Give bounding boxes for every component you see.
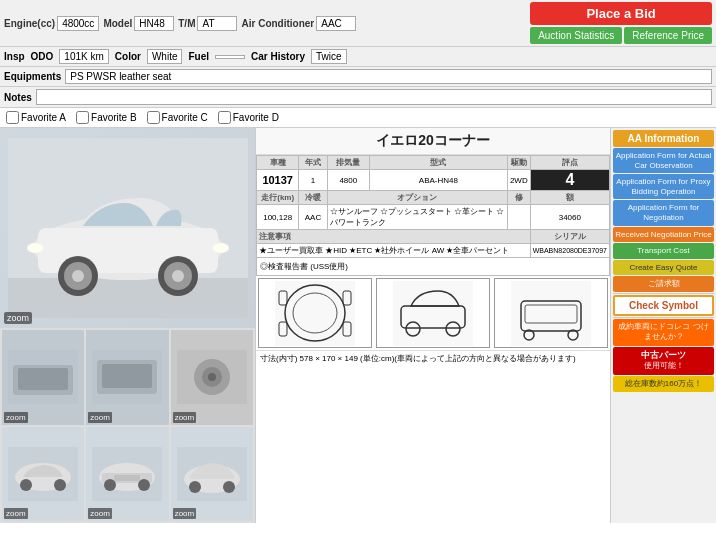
engine-value: 4800cc [57,16,99,31]
fav-d-input[interactable] [218,111,231,124]
divider-1 [613,293,714,294]
dimensions-value: 578 × 170 × 149 [300,354,358,363]
svg-point-6 [72,270,84,282]
model-field: Model HN48 [103,2,174,44]
jp-ad-2-sub: 使用可能！ [616,361,711,371]
received-negotiation-btn[interactable]: Received Negotiation Price [613,227,714,243]
insp-label: Insp [4,51,25,62]
fav-b-input[interactable] [76,111,89,124]
sheet-title: イエロ20コーナー [256,128,610,155]
ac-label: Air Conditioner [241,18,314,29]
easy-quote-btn[interactable]: Create Easy Quote [613,260,714,276]
car-svg [8,138,248,318]
svg-point-34 [189,481,201,493]
notes-value [36,89,712,105]
fav-d-checkbox[interactable]: Favorite D [218,111,279,124]
diagram-area [256,276,610,350]
fuel-label: Fuel [188,51,209,62]
auction-stats-button[interactable]: Auction Statistics [530,27,622,44]
svg-rect-36 [275,281,355,346]
right-panel: AA Information Application Form for Actu… [611,128,716,523]
diagram-side [376,278,490,348]
divider-2 [613,317,714,318]
fav-c-input[interactable] [147,111,160,124]
thumb-3-svg [177,350,247,404]
jp-ad-3: 総在庫数約160万点！ [613,376,714,392]
fav-a-input[interactable] [6,111,19,124]
thumb-4[interactable]: zoom [2,427,84,522]
reference-price-button[interactable]: Reference Price [624,27,712,44]
odo-value: 101K km [59,49,108,64]
diagram-front [258,278,372,348]
fuel-value [215,55,245,59]
sheet-repair-cost: 34060 [530,205,609,230]
sheet-ac: AAC [299,205,327,230]
header-actions: Place a Bid Auction Statistics Reference… [530,2,712,44]
svg-rect-1 [8,278,248,318]
odo-label: ODO [31,51,54,62]
thumb-1[interactable]: zoom [2,330,84,425]
fav-a-checkbox[interactable]: Favorite A [6,111,66,124]
dimensions-unit: (単位:cm)(車両によって上記の方向と異なる場合があります) [360,354,576,363]
svg-point-10 [213,243,229,253]
thumb-1-svg [8,350,78,404]
check-symbol-button[interactable]: Check Symbol [613,295,714,316]
fav-c-checkbox[interactable]: Favorite C [147,111,208,124]
thumb-5-zoom: zoom [88,508,112,519]
negotiation-form-btn[interactable]: Application Form for Negotiation [613,200,714,225]
sheet-lot: 10137 [257,170,299,191]
thumb-4-zoom: zoom [4,508,28,519]
svg-point-11 [27,243,43,253]
car-image-bg [0,128,255,328]
dimensions-label: 寸法(内寸) [260,354,300,363]
svg-rect-17 [102,364,152,388]
transport-cost-btn[interactable]: Transport Cost [613,243,714,259]
sheet-table: 車種 年式 排気量 型式 駆動 評点 10137 1 4800 ABA-HN48… [256,155,610,276]
sheet-chassis: ABA-HN48 [369,170,507,191]
sheet-displacement: 4800 [327,170,369,191]
diagram-rear [494,278,608,348]
stats-ref-row: Auction Statistics Reference Price [530,27,712,44]
thumb-3[interactable]: zoom [171,330,253,425]
thumb-6[interactable]: zoom [171,427,253,522]
row4-bar: Notes [0,87,716,108]
engine-field: Engine(cc) 4800cc [4,2,99,44]
svg-point-25 [54,479,66,491]
proxy-bidding-btn[interactable]: Application Form for Proxy Bidding Opera… [613,174,714,199]
svg-point-9 [172,270,184,282]
svg-point-29 [104,479,116,491]
sheet-km: 100,128 [257,205,299,230]
fav-b-checkbox[interactable]: Favorite B [76,111,137,124]
thumb-5-svg [92,447,162,501]
equip-value: PS PWSR leather seat [65,69,712,84]
place-bid-button[interactable]: Place a Bid [530,2,712,25]
row2-bar: Insp ODO 101K km Color White Fuel Car Hi… [0,47,716,67]
left-panel: zoom zoom zoom [0,128,255,523]
svg-point-30 [138,479,150,491]
notes-label: Notes [4,92,32,103]
thumb-2-svg [92,350,162,404]
main-car-image[interactable]: zoom [0,128,255,328]
sheet-buyer-notes: ★ユーザー買取車 ★HID ★ETC ★社外ホイール AW ★全車パーセント [257,244,531,258]
thumb-2-zoom: zoom [88,412,112,423]
car-history-label: Car History [251,51,305,62]
engine-label: Engine(cc) [4,18,55,29]
thumb-4-svg [8,447,78,501]
thumb-3-zoom: zoom [173,412,197,423]
tm-field: T/M AT [178,2,237,44]
actual-car-observation-btn[interactable]: Application Form for Actual Car Observat… [613,148,714,173]
side-diag-svg [393,281,473,346]
thumb-5[interactable]: zoom [86,427,168,522]
sheet-grade: 4 [530,170,609,191]
svg-rect-14 [18,368,68,390]
thumb-6-svg [177,447,247,501]
thumbnail-grid: zoom zoom zoom [0,328,255,523]
sheet-serial: WBABN82080DE37097 [530,244,609,258]
thumb-2[interactable]: zoom [86,330,168,425]
jp-ad-1: 成約車両にドコレコ つけませんか？ [613,319,714,346]
billing-amount-btn[interactable]: ご請求額 [613,276,714,292]
ac-value: AAC [316,16,356,31]
front-diag-svg [275,281,355,346]
favorites-bar: Favorite A Favorite B Favorite C Favorit… [0,108,716,128]
jp-ad-3-text: 総在庫数約160万点！ [616,379,711,389]
